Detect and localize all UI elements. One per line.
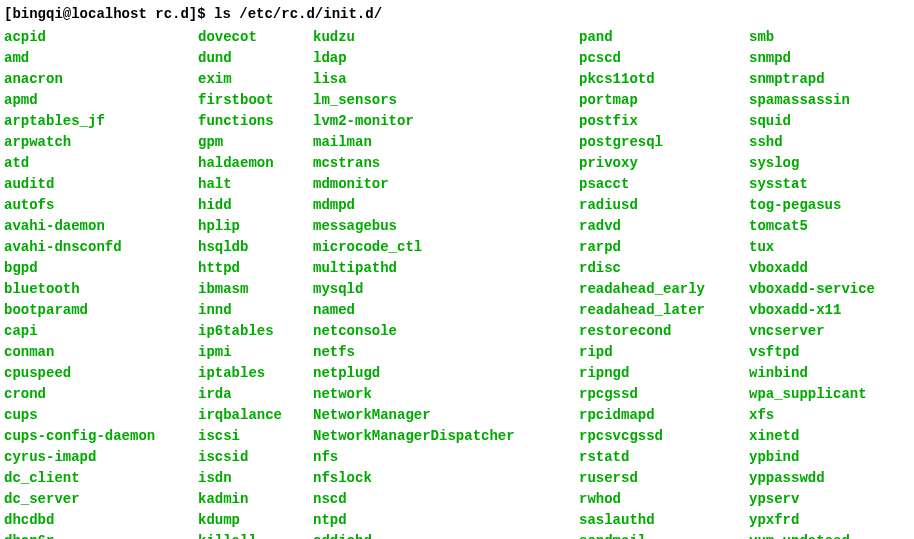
file-entry: mailman [313,132,579,153]
file-entry: halt [198,174,313,195]
file-entry: crond [4,384,198,405]
listing-column-3: kudzuldaplisalm_sensorslvm2-monitormailm… [313,27,579,539]
file-entry: rstatd [579,447,749,468]
file-entry: syslog [749,153,899,174]
file-entry: arptables_jf [4,111,198,132]
file-entry: tog-pegasus [749,195,899,216]
file-entry: microcode_ctl [313,237,579,258]
file-entry: cups-config-daemon [4,426,198,447]
file-entry: cyrus-imapd [4,447,198,468]
file-entry: cups [4,405,198,426]
file-entry: kudzu [313,27,579,48]
file-entry: readahead_later [579,300,749,321]
file-entry: vsftpd [749,342,899,363]
file-entry: irqbalance [198,405,313,426]
file-entry: NetworkManager [313,405,579,426]
file-entry: sendmail [579,531,749,539]
file-entry: ip6tables [198,321,313,342]
file-entry: firstboot [198,90,313,111]
file-entry: capi [4,321,198,342]
file-entry: haldaemon [198,153,313,174]
file-entry: network [313,384,579,405]
file-entry: vncserver [749,321,899,342]
file-entry: atd [4,153,198,174]
file-entry: netfs [313,342,579,363]
file-entry: vboxadd-service [749,279,899,300]
file-entry: kdump [198,510,313,531]
file-entry: nfslock [313,468,579,489]
file-entry: wpa_supplicant [749,384,899,405]
file-entry: hidd [198,195,313,216]
file-entry: iscsi [198,426,313,447]
file-entry: rusersd [579,468,749,489]
file-entry: iptables [198,363,313,384]
file-entry: multipathd [313,258,579,279]
file-entry: pcscd [579,48,749,69]
file-entry: innd [198,300,313,321]
file-entry: anacron [4,69,198,90]
file-entry: dc_client [4,468,198,489]
file-entry: postgresql [579,132,749,153]
file-entry: spamassassin [749,90,899,111]
file-entry: arpwatch [4,132,198,153]
file-entry: rpcgssd [579,384,749,405]
file-entry: hplip [198,216,313,237]
listing-column-1: acpidamdanacronapmdarptables_jfarpwatcha… [4,27,198,539]
file-entry: dovecot [198,27,313,48]
file-entry: rwhod [579,489,749,510]
file-entry: vboxadd-x11 [749,300,899,321]
listing-column-5: smbsnmpdsnmptrapdspamassassinsquidsshdsy… [749,27,899,539]
file-entry: nscd [313,489,579,510]
file-entry: irda [198,384,313,405]
file-entry: ntpd [313,510,579,531]
file-entry: bgpd [4,258,198,279]
file-entry: acpid [4,27,198,48]
file-entry: rarpd [579,237,749,258]
file-entry: dund [198,48,313,69]
file-entry: winbind [749,363,899,384]
file-entry: ripngd [579,363,749,384]
file-entry: pand [579,27,749,48]
file-entry: rpcidmapd [579,405,749,426]
file-entry: sysstat [749,174,899,195]
file-entry: conman [4,342,198,363]
file-entry: netplugd [313,363,579,384]
file-entry: httpd [198,258,313,279]
file-entry: sshd [749,132,899,153]
shell-prompt: [bingqi@localhost rc.d]$ ls /etc/rc.d/in… [4,4,910,25]
file-entry: pkcs11otd [579,69,749,90]
file-entry: rpcsvcgssd [579,426,749,447]
file-entry: hsqldb [198,237,313,258]
file-entry: ypbind [749,447,899,468]
file-entry: NetworkManagerDispatcher [313,426,579,447]
file-entry: radvd [579,216,749,237]
file-entry: nfs [313,447,579,468]
listing-column-4: pandpcscdpkcs11otdportmappostfixpostgres… [579,27,749,539]
file-entry: xfs [749,405,899,426]
file-entry: smb [749,27,899,48]
file-entry: lvm2-monitor [313,111,579,132]
file-entry: kadmin [198,489,313,510]
file-entry: mcstrans [313,153,579,174]
file-entry: bluetooth [4,279,198,300]
file-entry: lisa [313,69,579,90]
file-entry: ldap [313,48,579,69]
file-entry: postfix [579,111,749,132]
file-entry: dhcp6r [4,531,198,539]
file-entry: bootparamd [4,300,198,321]
file-entry: oddjobd [313,531,579,539]
directory-listing: acpidamdanacronapmdarptables_jfarpwatcha… [4,27,910,539]
file-entry: readahead_early [579,279,749,300]
file-entry: functions [198,111,313,132]
file-entry: netconsole [313,321,579,342]
file-entry: lm_sensors [313,90,579,111]
file-entry: saslauthd [579,510,749,531]
file-entry: squid [749,111,899,132]
file-entry: yppasswdd [749,468,899,489]
file-entry: ibmasm [198,279,313,300]
file-entry: tux [749,237,899,258]
file-entry: mysqld [313,279,579,300]
file-entry: iscsid [198,447,313,468]
file-entry: avahi-dnsconfd [4,237,198,258]
file-entry: mdmpd [313,195,579,216]
